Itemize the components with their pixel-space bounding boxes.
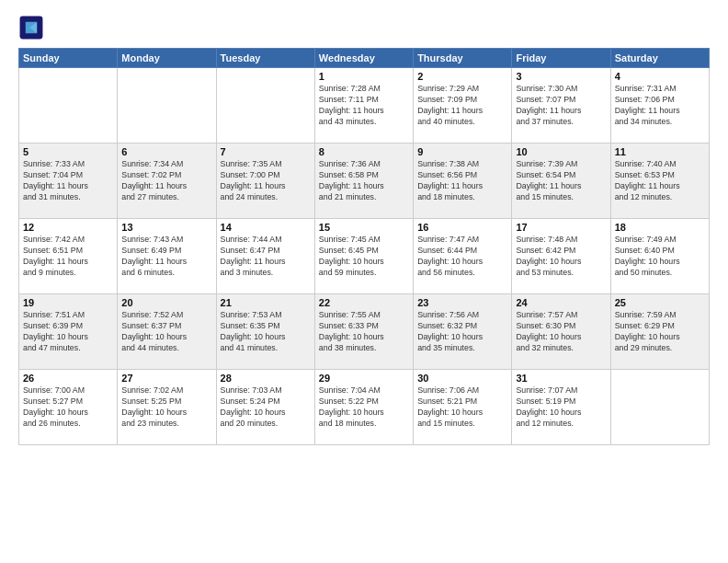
calendar-cell: 15Sunrise: 7:45 AM Sunset: 6:45 PM Dayli… [314,219,413,294]
cell-info: Sunrise: 7:36 AM Sunset: 6:58 PM Dayligh… [319,159,409,203]
cell-date: 10 [516,146,606,157]
calendar-cell: 18Sunrise: 7:49 AM Sunset: 6:40 PM Dayli… [610,219,709,294]
cell-info: Sunrise: 7:02 AM Sunset: 5:25 PM Dayligh… [121,385,211,430]
calendar-cell: 27Sunrise: 7:02 AM Sunset: 5:25 PM Dayli… [118,370,216,445]
cell-info: Sunrise: 7:56 AM Sunset: 6:32 PM Dayligh… [417,310,507,354]
cell-date: 4 [615,71,705,82]
cell-info: Sunrise: 7:00 AM Sunset: 5:27 PM Dayligh… [23,385,113,430]
weekday-header-friday: Friday [512,49,610,68]
cell-date: 9 [417,146,507,157]
weekday-header-wednesday: Wednesday [314,49,413,68]
cell-date: 18 [615,222,705,233]
cell-date: 6 [121,146,211,157]
calendar-cell: 9Sunrise: 7:38 AM Sunset: 6:56 PM Daylig… [414,144,512,219]
cell-info: Sunrise: 7:45 AM Sunset: 6:45 PM Dayligh… [319,235,409,279]
cell-info: Sunrise: 7:30 AM Sunset: 7:07 PM Dayligh… [516,84,606,128]
calendar-cell: 31Sunrise: 7:07 AM Sunset: 5:19 PM Dayli… [512,370,610,445]
cell-info: Sunrise: 7:29 AM Sunset: 7:09 PM Dayligh… [417,84,507,128]
cell-info: Sunrise: 7:31 AM Sunset: 7:06 PM Dayligh… [615,84,705,128]
logo [18,15,48,40]
cell-date: 27 [121,373,211,384]
calendar-cell: 1Sunrise: 7:28 AM Sunset: 7:11 PM Daylig… [314,68,413,144]
cell-info: Sunrise: 7:55 AM Sunset: 6:33 PM Dayligh… [319,310,409,354]
cell-date: 2 [417,71,507,82]
calendar-cell: 20Sunrise: 7:52 AM Sunset: 6:37 PM Dayli… [118,294,216,370]
calendar-cell [610,370,709,445]
calendar-cell: 30Sunrise: 7:06 AM Sunset: 5:21 PM Dayli… [414,370,512,445]
cell-date: 8 [319,146,409,157]
weekday-header-tuesday: Tuesday [216,49,314,68]
cell-info: Sunrise: 7:57 AM Sunset: 6:30 PM Dayligh… [516,310,606,354]
cell-info: Sunrise: 7:06 AM Sunset: 5:21 PM Dayligh… [417,385,507,430]
cell-info: Sunrise: 7:42 AM Sunset: 6:51 PM Dayligh… [23,235,113,279]
cell-info: Sunrise: 7:48 AM Sunset: 6:42 PM Dayligh… [516,235,606,279]
cell-info: Sunrise: 7:40 AM Sunset: 6:53 PM Dayligh… [615,159,705,203]
calendar-week-1: 1Sunrise: 7:28 AM Sunset: 7:11 PM Daylig… [19,68,710,144]
calendar-cell: 22Sunrise: 7:55 AM Sunset: 6:33 PM Dayli… [314,294,413,370]
weekday-header-row: SundayMondayTuesdayWednesdayThursdayFrid… [19,49,710,68]
cell-date: 17 [516,222,606,233]
calendar-cell: 14Sunrise: 7:44 AM Sunset: 6:47 PM Dayli… [216,219,314,294]
cell-info: Sunrise: 7:33 AM Sunset: 7:04 PM Dayligh… [23,159,113,203]
calendar-cell: 12Sunrise: 7:42 AM Sunset: 6:51 PM Dayli… [19,219,118,294]
calendar-cell: 19Sunrise: 7:51 AM Sunset: 6:39 PM Dayli… [19,294,118,370]
weekday-header-monday: Monday [118,49,216,68]
calendar-cell: 6Sunrise: 7:34 AM Sunset: 7:02 PM Daylig… [118,144,216,219]
calendar-cell: 21Sunrise: 7:53 AM Sunset: 6:35 PM Dayli… [216,294,314,370]
cell-info: Sunrise: 7:07 AM Sunset: 5:19 PM Dayligh… [516,385,606,430]
cell-date: 16 [417,222,507,233]
cell-date: 28 [221,373,311,384]
calendar-cell: 28Sunrise: 7:03 AM Sunset: 5:24 PM Dayli… [216,370,314,445]
calendar-cell: 5Sunrise: 7:33 AM Sunset: 7:04 PM Daylig… [19,144,118,219]
cell-info: Sunrise: 7:28 AM Sunset: 7:11 PM Dayligh… [319,84,409,128]
cell-date: 24 [516,297,606,308]
cell-date: 29 [319,373,409,384]
cell-date: 15 [319,222,409,233]
cell-date: 30 [417,373,507,384]
calendar-week-3: 12Sunrise: 7:42 AM Sunset: 6:51 PM Dayli… [19,219,710,294]
cell-date: 3 [516,71,606,82]
calendar-cell: 16Sunrise: 7:47 AM Sunset: 6:44 PM Dayli… [414,219,512,294]
cell-date: 25 [615,297,705,308]
cell-info: Sunrise: 7:43 AM Sunset: 6:49 PM Dayligh… [121,235,211,279]
calendar-cell: 3Sunrise: 7:30 AM Sunset: 7:07 PM Daylig… [512,68,610,144]
calendar-cell: 29Sunrise: 7:04 AM Sunset: 5:22 PM Dayli… [314,370,413,445]
logo-icon [18,15,44,40]
calendar-cell: 11Sunrise: 7:40 AM Sunset: 6:53 PM Dayli… [610,144,709,219]
cell-date: 21 [221,297,311,308]
calendar-cell: 24Sunrise: 7:57 AM Sunset: 6:30 PM Dayli… [512,294,610,370]
cell-date: 14 [221,222,311,233]
cell-date: 23 [417,297,507,308]
calendar-cell: 10Sunrise: 7:39 AM Sunset: 6:54 PM Dayli… [512,144,610,219]
calendar-cell: 23Sunrise: 7:56 AM Sunset: 6:32 PM Dayli… [414,294,512,370]
calendar-cell: 17Sunrise: 7:48 AM Sunset: 6:42 PM Dayli… [512,219,610,294]
weekday-header-thursday: Thursday [414,49,512,68]
calendar-cell [216,68,314,144]
calendar-cell: 26Sunrise: 7:00 AM Sunset: 5:27 PM Dayli… [19,370,118,445]
calendar-cell: 2Sunrise: 7:29 AM Sunset: 7:09 PM Daylig… [414,68,512,144]
cell-date: 20 [121,297,211,308]
cell-info: Sunrise: 7:03 AM Sunset: 5:24 PM Dayligh… [221,385,311,430]
header [18,15,710,40]
cell-info: Sunrise: 7:52 AM Sunset: 6:37 PM Dayligh… [121,310,211,354]
cell-date: 19 [23,297,113,308]
calendar-week-5: 26Sunrise: 7:00 AM Sunset: 5:27 PM Dayli… [19,370,710,445]
calendar-cell [19,68,118,144]
cell-info: Sunrise: 7:44 AM Sunset: 6:47 PM Dayligh… [221,235,311,279]
weekday-header-sunday: Sunday [19,49,118,68]
cell-info: Sunrise: 7:39 AM Sunset: 6:54 PM Dayligh… [516,159,606,203]
calendar-cell [118,68,216,144]
cell-info: Sunrise: 7:51 AM Sunset: 6:39 PM Dayligh… [23,310,113,354]
calendar-week-2: 5Sunrise: 7:33 AM Sunset: 7:04 PM Daylig… [19,144,710,219]
cell-date: 13 [121,222,211,233]
cell-info: Sunrise: 7:34 AM Sunset: 7:02 PM Dayligh… [121,159,211,203]
page: SundayMondayTuesdayWednesdayThursdayFrid… [0,0,728,563]
cell-date: 22 [319,297,409,308]
cell-date: 7 [221,146,311,157]
cell-date: 12 [23,222,113,233]
cell-info: Sunrise: 7:49 AM Sunset: 6:40 PM Dayligh… [615,235,705,279]
calendar-cell: 25Sunrise: 7:59 AM Sunset: 6:29 PM Dayli… [610,294,709,370]
cell-info: Sunrise: 7:38 AM Sunset: 6:56 PM Dayligh… [417,159,507,203]
weekday-header-saturday: Saturday [610,49,709,68]
calendar-cell: 7Sunrise: 7:35 AM Sunset: 7:00 PM Daylig… [216,144,314,219]
